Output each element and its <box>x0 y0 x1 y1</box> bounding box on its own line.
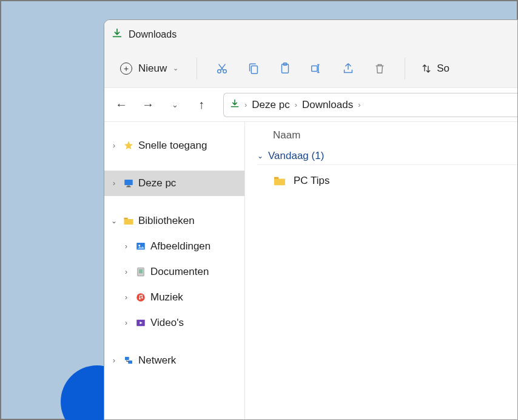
new-button-label: Nieuw <box>138 63 167 75</box>
rename-button[interactable] <box>303 55 331 82</box>
sidebar-label: Bibliotheken <box>138 215 195 227</box>
cut-button[interactable] <box>208 55 236 82</box>
chevron-down-icon: ⌄ <box>257 152 263 160</box>
sort-icon <box>421 63 432 74</box>
pictures-icon <box>135 240 147 252</box>
nav-buttons: ← → ⌄ ↑ <box>104 93 218 117</box>
chevron-right-icon[interactable]: › <box>121 242 131 251</box>
sidebar-label: Afbeeldingen <box>150 240 210 252</box>
svg-rect-9 <box>124 218 128 219</box>
folder-icon <box>273 175 286 186</box>
chevron-right-icon[interactable]: › <box>109 141 119 150</box>
sidebar-item-quick-access[interactable]: › Snelle toegang <box>104 133 244 158</box>
up-button[interactable]: ↑ <box>189 93 214 117</box>
file-explorer-window: Downloads + Nieuw ⌄ So <box>104 19 518 420</box>
music-icon <box>135 291 147 303</box>
back-button[interactable]: ← <box>109 93 133 117</box>
svg-point-18 <box>141 297 143 299</box>
group-today[interactable]: ⌄ Vandaag (1) <box>257 150 517 165</box>
sidebar-item-videos[interactable]: › Video's <box>104 310 244 336</box>
divider <box>197 58 197 80</box>
sidebar-label: Snelle toegang <box>138 140 207 152</box>
delete-button[interactable] <box>366 55 394 82</box>
plus-icon: + <box>120 63 132 75</box>
monitor-icon <box>123 177 135 189</box>
sidebar-item-network[interactable]: › Netwerk <box>104 348 244 373</box>
svg-rect-21 <box>128 361 132 364</box>
sidebar-label: Video's <box>150 317 184 329</box>
sidebar: › Snelle toegang › Deze pc ⌄ <box>104 122 245 419</box>
forward-button[interactable]: → <box>136 93 160 117</box>
chevron-down-icon: ⌄ <box>173 64 178 72</box>
svg-rect-14 <box>139 271 143 272</box>
column-header-name[interactable]: Naam <box>257 129 517 141</box>
paste-button[interactable] <box>271 55 299 82</box>
svg-rect-20 <box>125 357 129 360</box>
documents-icon <box>135 266 147 278</box>
svg-rect-12 <box>138 268 144 276</box>
file-item[interactable]: PC Tips <box>257 171 517 191</box>
sidebar-item-libraries[interactable]: ⌄ Bibliotheken <box>104 208 244 234</box>
svg-point-0 <box>218 69 221 73</box>
file-list: Naam ⌄ Vandaag (1) PC Tips <box>245 122 517 419</box>
sidebar-label: Netwerk <box>138 354 176 367</box>
svg-rect-8 <box>126 186 131 187</box>
divider <box>405 58 405 80</box>
chevron-right-icon: › <box>295 100 297 109</box>
svg-rect-15 <box>139 273 143 273</box>
videos-icon <box>135 317 147 329</box>
chevron-right-icon[interactable]: › <box>109 179 119 188</box>
copy-button[interactable] <box>240 55 267 82</box>
sidebar-item-pictures[interactable]: › Afbeeldingen <box>104 234 244 259</box>
chevron-right-icon: › <box>244 100 247 109</box>
toolbar: + Nieuw ⌄ So <box>104 49 517 88</box>
network-icon <box>123 354 135 367</box>
svg-rect-7 <box>127 186 130 187</box>
sidebar-item-this-pc[interactable]: › Deze pc <box>104 171 244 196</box>
chevron-right-icon[interactable]: › <box>121 268 131 276</box>
sidebar-item-documents[interactable]: › Documenten <box>104 259 244 285</box>
folder-icon <box>123 215 135 227</box>
chevron-right-icon[interactable]: › <box>109 356 119 365</box>
breadcrumb-current[interactable]: Downloads <box>302 99 353 111</box>
address-bar[interactable]: › Deze pc › Downloads › <box>223 93 517 117</box>
window-title: Downloads <box>129 29 177 40</box>
svg-point-17 <box>139 298 141 300</box>
download-icon <box>230 99 240 111</box>
sort-button[interactable]: So <box>416 59 454 78</box>
file-name: PC Tips <box>294 175 330 187</box>
svg-rect-6 <box>124 180 133 185</box>
chevron-down-icon[interactable]: ⌄ <box>109 217 119 225</box>
share-button[interactable] <box>334 55 362 82</box>
new-button[interactable]: + Nieuw ⌄ <box>113 59 186 78</box>
sidebar-item-music[interactable]: › Muziek <box>104 285 244 310</box>
navbar: ← → ⌄ ↑ › Deze pc › Downloads › <box>104 88 517 122</box>
titlebar: Downloads <box>104 20 517 49</box>
sidebar-label: Deze pc <box>138 177 176 189</box>
sidebar-label: Muziek <box>150 291 183 303</box>
svg-point-1 <box>223 69 227 73</box>
svg-point-16 <box>136 293 145 302</box>
body: › Snelle toegang › Deze pc ⌄ <box>104 122 517 419</box>
recent-dropdown[interactable]: ⌄ <box>163 93 187 117</box>
svg-rect-5 <box>312 66 317 71</box>
chevron-right-icon[interactable]: › <box>121 319 131 327</box>
group-label: Vandaag (1) <box>268 150 324 162</box>
sort-label: So <box>437 63 449 75</box>
download-icon <box>112 28 123 41</box>
svg-rect-22 <box>274 177 278 179</box>
chevron-right-icon[interactable]: › <box>121 293 131 302</box>
star-icon <box>123 140 135 152</box>
chevron-right-icon: › <box>358 100 360 109</box>
svg-point-11 <box>138 245 140 246</box>
svg-rect-13 <box>139 269 143 270</box>
breadcrumb-root[interactable]: Deze pc <box>252 99 289 111</box>
svg-rect-2 <box>252 66 258 73</box>
sidebar-label: Documenten <box>150 266 209 278</box>
